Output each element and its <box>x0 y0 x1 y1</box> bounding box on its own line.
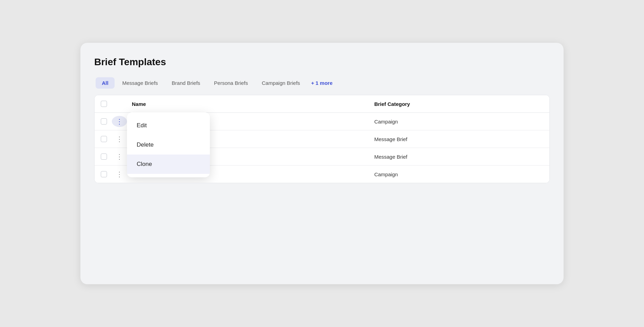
row-4-checkbox-cell <box>95 166 112 183</box>
table-header-row: Name Brief Category <box>95 95 549 113</box>
row-3-actions-cell: ⋮ <box>112 148 129 166</box>
row-1-checkbox[interactable] <box>101 118 107 125</box>
row-3-actions-button[interactable]: ⋮ <box>112 151 127 162</box>
row-4-checkbox[interactable] <box>101 171 107 177</box>
select-all-checkbox[interactable] <box>101 101 107 107</box>
row-1-actions-button[interactable]: ⋮ <box>112 116 127 127</box>
row-1-dropdown-wrapper: ⋮ Edit Delete Clone <box>112 116 129 127</box>
header-checkbox-col <box>95 95 112 113</box>
tab-more[interactable]: + 1 more <box>308 77 336 89</box>
row-2-category: Message Brief <box>368 130 549 148</box>
header-actions-col <box>112 95 129 113</box>
page-title: Brief Templates <box>94 57 550 68</box>
row-4-category: Campaign <box>368 166 549 183</box>
briefs-table: Name Brief Category ⋮ Edit De <box>95 95 549 183</box>
main-card: Brief Templates All Message Briefs Brand… <box>80 43 564 284</box>
header-name: Name <box>129 95 368 113</box>
dropdown-delete[interactable]: Delete <box>127 135 210 155</box>
row-3-checkbox-cell <box>95 148 112 166</box>
row-2-actions-cell: ⋮ <box>112 130 129 148</box>
row-1-category: Campaign <box>368 113 549 130</box>
header-category: Brief Category <box>368 95 549 113</box>
row-2-actions-button[interactable]: ⋮ <box>112 133 127 145</box>
table-container: Name Brief Category ⋮ Edit De <box>94 95 550 183</box>
tab-brand-briefs[interactable]: Brand Briefs <box>166 77 207 89</box>
tab-message-briefs[interactable]: Message Briefs <box>116 77 164 89</box>
dropdown-clone[interactable]: Clone <box>127 155 210 174</box>
row-4-actions-cell: ⋮ <box>112 166 129 183</box>
row-2-checkbox[interactable] <box>101 136 107 142</box>
filter-tabs: All Message Briefs Brand Briefs Persona … <box>94 77 550 89</box>
row-3-category: Message Brief <box>368 148 549 166</box>
row-1-dropdown-menu: Edit Delete Clone <box>127 112 210 177</box>
row-1-actions-cell: ⋮ Edit Delete Clone <box>112 113 129 130</box>
dropdown-edit[interactable]: Edit <box>127 116 210 135</box>
tab-campaign-briefs[interactable]: Campaign Briefs <box>255 77 306 89</box>
row-3-checkbox[interactable] <box>101 153 107 160</box>
tab-all[interactable]: All <box>96 77 115 89</box>
row-4-actions-button[interactable]: ⋮ <box>112 169 127 180</box>
tab-persona-briefs[interactable]: Persona Briefs <box>208 77 254 89</box>
table-row: ⋮ Edit Delete Clone Campaign <box>95 113 549 130</box>
row-1-checkbox-cell <box>95 113 112 130</box>
row-2-checkbox-cell <box>95 130 112 148</box>
